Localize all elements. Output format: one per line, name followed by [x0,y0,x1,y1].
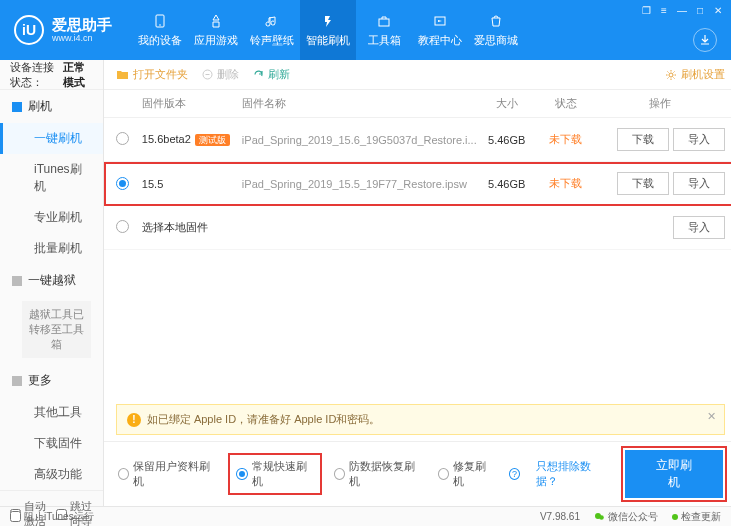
nav-shop[interactable]: 爱思商城 [468,0,524,60]
mode-keep-data[interactable]: 保留用户资料刷机 [118,459,216,489]
sidebar-item-oneclick-flash[interactable]: 一键刷机 [0,123,103,154]
sidebar-item-itunes-flash[interactable]: iTunes刷机 [0,154,103,202]
version-label: V7.98.61 [540,511,580,522]
logo-area: iU 爱思助手 www.i4.cn [0,0,126,60]
info-icon: ! [127,413,141,427]
firmware-version: 15.5 [142,178,163,190]
nav-apps[interactable]: 应用游戏 [188,0,244,60]
firmware-row[interactable]: 15.6beta2测试版iPad_Spring_2019_15.6_19G503… [104,118,731,162]
apps-icon [207,12,225,30]
sidebar-item-batch-flash[interactable]: 批量刷机 [0,233,103,264]
gear-icon [665,69,677,81]
music-icon [263,12,281,30]
sidebar-item-pro-flash[interactable]: 专业刷机 [0,202,103,233]
status-bar: 阻止iTunes运行 V7.98.61 微信公众号 检查更新 [0,506,731,526]
window-controls: ❐≡—□✕ [639,4,725,16]
firmware-size: 5.46GB [477,178,537,190]
sidebar-head-flash[interactable]: 刷机 [0,90,103,123]
local-firmware-row[interactable]: 选择本地固件 导入 [104,206,731,250]
firmware-radio[interactable] [116,177,129,190]
sidebar-head-jailbreak[interactable]: 一键越狱 [0,264,103,297]
brand-url: www.i4.cn [52,33,112,43]
firmware-filename: iPad_Spring_2019_15.5_19F77_Restore.ipsw [242,178,477,190]
nav-device[interactable]: 我的设备 [132,0,188,60]
sidebar: 设备连接状态：正常模式 刷机 一键刷机 iTunes刷机 专业刷机 批量刷机 一… [0,60,104,506]
tutorial-icon [431,12,449,30]
flash-icon [319,12,337,30]
nav-flash[interactable]: 智能刷机 [300,0,356,60]
firmware-row[interactable]: 15.5iPad_Spring_2019_15.5_19F77_Restore.… [104,162,731,206]
radio-local[interactable] [116,220,129,233]
firmware-status: 未下载 [537,132,595,147]
nav-music[interactable]: 铃声壁纸 [244,0,300,60]
mode-normal[interactable]: 常规快速刷机 [232,457,318,491]
main-panel: 打开文件夹 删除 刷新 刷机设置 固件版本 固件名称 大小 状态 操作 [104,60,731,506]
minimize-button[interactable]: — [675,4,689,16]
alert-close-button[interactable]: ✕ [707,410,716,423]
nav-toolbox[interactable]: 工具箱 [356,0,412,60]
firmware-status: 未下载 [537,176,595,191]
exclude-data-link[interactable]: 只想排除数据？ [536,459,609,489]
nav-tutorial[interactable]: 教程中心 [412,0,468,60]
top-nav: 我的设备应用游戏铃声壁纸智能刷机工具箱教程中心爱思商城 [132,0,524,60]
skin-button[interactable]: ❐ [639,4,653,16]
delete-button[interactable]: 删除 [202,67,239,82]
logo-icon: iU [14,15,44,45]
help-icon[interactable]: ? [509,468,520,480]
svg-point-7 [669,73,673,77]
refresh-button[interactable]: 刷新 [253,67,290,82]
open-folder-button[interactable]: 打开文件夹 [116,67,188,82]
refresh-icon [253,69,264,80]
svg-point-9 [599,515,604,520]
flash-mode-bar: 保留用户资料刷机 常规快速刷机 防数据恢复刷机 修复刷机 ? 只想排除数据？ 立… [104,441,731,506]
block-itunes-checkbox[interactable]: 阻止iTunes运行 [10,510,94,524]
firmware-size: 5.46GB [477,134,537,146]
import-button[interactable]: 导入 [673,128,725,151]
brand-name: 爱思助手 [52,17,112,33]
folder-icon [116,69,129,80]
connection-status: 设备连接状态：正常模式 [0,60,103,90]
import-button[interactable]: 导入 [673,216,725,239]
download-button[interactable]: 下载 [617,172,669,195]
menu-button[interactable]: ≡ [657,4,671,16]
mode-repair[interactable]: 修复刷机 [438,459,495,489]
title-bar: iU 爱思助手 www.i4.cn 我的设备应用游戏铃声壁纸智能刷机工具箱教程中… [0,0,731,60]
download-button[interactable]: 下载 [617,128,669,151]
wechat-link[interactable]: 微信公众号 [594,510,658,524]
close-button[interactable]: ✕ [711,4,725,16]
firmware-filename: iPad_Spring_2019_15.6_19G5037d_Restore.i… [242,134,477,146]
status-dot-icon [672,514,678,520]
shop-icon [487,12,505,30]
table-header: 固件版本 固件名称 大小 状态 操作 [104,90,731,118]
flash-settings-button[interactable]: 刷机设置 [665,67,725,82]
beta-badge: 测试版 [195,134,230,146]
check-update-link[interactable]: 检查更新 [672,510,721,524]
download-manager-button[interactable] [693,28,717,52]
maximize-button[interactable]: □ [693,4,707,16]
import-button[interactable]: 导入 [673,172,725,195]
appleid-alert: ! 如已绑定 Apple ID，请准备好 Apple ID和密码。 ✕ [116,404,725,435]
svg-point-1 [159,24,161,26]
firmware-version: 15.6beta2 [142,133,191,145]
toolbox-icon [375,12,393,30]
start-flash-button[interactable]: 立即刷机 [625,450,722,498]
sidebar-head-more[interactable]: 更多 [0,364,103,397]
sidebar-item-other-tools[interactable]: 其他工具 [0,397,103,428]
firmware-radio[interactable] [116,132,129,145]
mode-anti-recover[interactable]: 防数据恢复刷机 [334,459,422,489]
svg-rect-2 [379,19,389,26]
wechat-icon [594,511,605,522]
jailbreak-note: 越狱工具已转移至工具箱 [22,301,91,358]
delete-icon [202,69,213,80]
toolbar: 打开文件夹 删除 刷新 刷机设置 [104,60,731,90]
device-icon [151,12,169,30]
sidebar-item-download-firmware[interactable]: 下载固件 [0,428,103,459]
sidebar-item-advanced[interactable]: 高级功能 [0,459,103,490]
